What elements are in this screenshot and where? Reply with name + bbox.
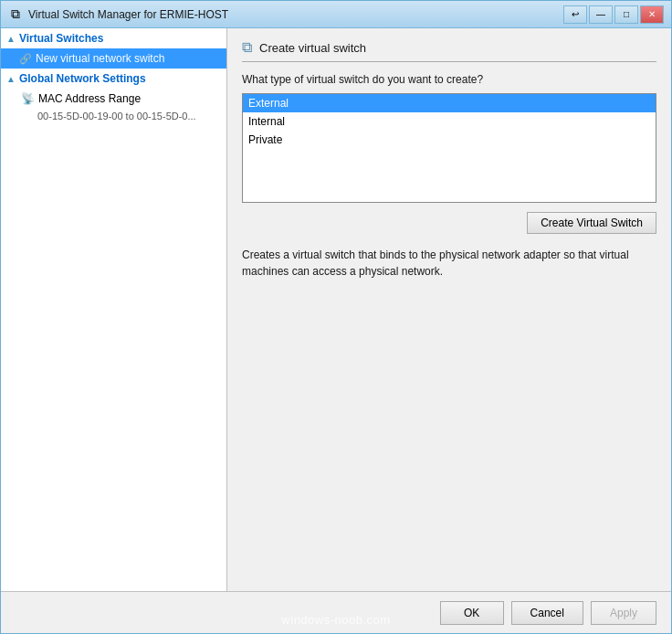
title-bar: ⧉ Virtual Switch Manager for ERMIE-HOST … (1, 1, 671, 28)
cancel-button[interactable]: Cancel (511, 601, 583, 625)
chevron-down-icon: ▲ (6, 34, 16, 44)
bottom-bar: OK Cancel Apply (1, 591, 671, 633)
virtual-switches-section-header[interactable]: ▲ Virtual Switches (1, 28, 226, 48)
ok-button[interactable]: OK (440, 601, 504, 625)
main-content: ▲ Virtual Switches 🔗 New virtual network… (1, 28, 671, 591)
create-virtual-switch-button[interactable]: Create Virtual Switch (527, 212, 656, 234)
mac-address-range-value: 00-15-5D-00-19-00 to 00-15-5D-0... (1, 109, 226, 123)
main-window: ⧉ Virtual Switch Manager for ERMIE-HOST … (0, 0, 672, 634)
mac-icon: 📡 (21, 92, 35, 105)
network-switch-icon: 🔗 (19, 53, 32, 65)
left-panel: ▲ Virtual Switches 🔗 New virtual network… (1, 28, 227, 591)
new-virtual-switch-label: New virtual network switch (36, 52, 164, 65)
description-text: Creates a virtual switch that binds to t… (242, 247, 656, 280)
mac-address-range-label: MAC Address Range (38, 92, 141, 105)
maximize-button[interactable]: □ (614, 5, 638, 24)
window-icon: ⧉ (8, 7, 23, 22)
global-network-label: Global Network Settings (19, 72, 146, 85)
title-controls: ↩ — □ ✕ (563, 5, 664, 24)
back-button[interactable]: ↩ (563, 5, 587, 24)
right-panel: ⧉ Create virtual switch What type of vir… (227, 28, 671, 591)
switch-type-listbox[interactable]: External Internal Private (242, 93, 656, 203)
apply-button[interactable]: Apply (591, 601, 656, 625)
minimize-button[interactable]: — (589, 5, 613, 24)
mac-address-range-item[interactable]: 📡 MAC Address Range (1, 89, 226, 109)
internal-option[interactable]: Internal (243, 112, 656, 131)
global-network-section-header[interactable]: ▲ Global Network Settings (1, 69, 226, 89)
virtual-switches-label: Virtual Switches (19, 32, 103, 45)
external-option[interactable]: External (243, 94, 656, 112)
close-button[interactable]: ✕ (640, 5, 664, 24)
question-label: What type of virtual switch do you want … (242, 73, 656, 86)
virtual-switch-panel-icon: ⧉ (242, 39, 252, 56)
title-text: Virtual Switch Manager for ERMIE-HOST (28, 8, 228, 21)
new-virtual-network-switch-item[interactable]: 🔗 New virtual network switch (1, 48, 226, 69)
chevron-down-icon-2: ▲ (6, 74, 16, 84)
panel-title-row: ⧉ Create virtual switch (242, 39, 656, 62)
panel-title-text: Create virtual switch (259, 41, 366, 55)
private-option[interactable]: Private (243, 131, 656, 149)
create-button-row: Create Virtual Switch (242, 212, 656, 234)
